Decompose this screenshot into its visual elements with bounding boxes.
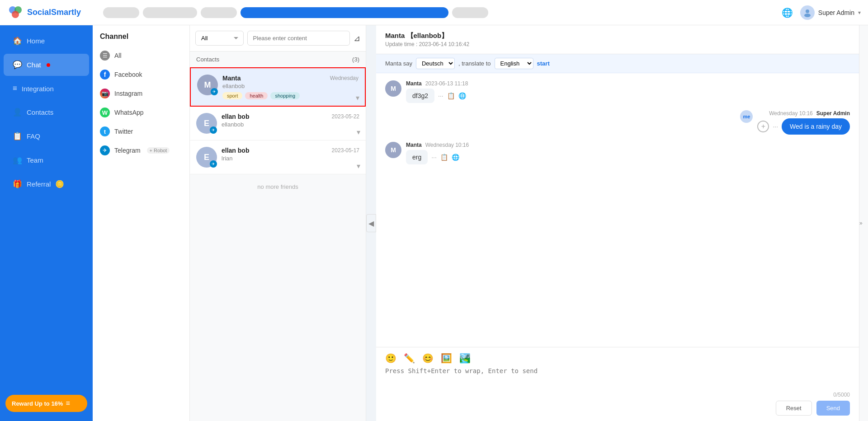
filter-button[interactable]: ⊿ <box>354 31 360 46</box>
contact-item-ellan2[interactable]: E ✈ ellan bob 2023-05-17 lrian ▾ <box>190 140 366 174</box>
edit-btn[interactable]: ✏️ <box>404 353 415 364</box>
msg-copy-btn-3[interactable]: 📋 <box>440 154 448 161</box>
main-layout: 🏠 Home 💬 Chat ≡ Integration 👤 Contacts 📋… <box>0 25 868 421</box>
topbar-tab-4[interactable] <box>241 7 448 18</box>
topbar-tab-3[interactable] <box>201 7 237 18</box>
topbar-tab-5[interactable] <box>452 7 488 18</box>
sidebar-item-label-chat: Chat <box>27 61 41 69</box>
contact-name-manta: Manta <box>222 75 241 82</box>
sidebar-item-faq[interactable]: 📋 FAQ <box>4 125 89 147</box>
channel-item-instagram[interactable]: 📷 Instagram <box>93 84 189 103</box>
channel-item-whatsapp[interactable]: W WhatsApp <box>93 103 189 122</box>
translate-to-select[interactable]: English Deutsch French <box>495 58 533 69</box>
channel-item-all[interactable]: ☰ All <box>93 46 189 65</box>
msg-sender-2: Super Admin <box>816 110 850 117</box>
contact-info-ellan2: ellan bob 2023-05-17 lrian <box>222 147 359 162</box>
expand-icon-ellan1[interactable]: ▾ <box>357 128 360 136</box>
channel-item-facebook[interactable]: f Facebook <box>93 65 189 84</box>
image-btn[interactable]: 🏞️ <box>459 353 471 364</box>
sidebar-item-referral[interactable]: 🎁 Referral 🪙 <box>4 173 89 195</box>
sidebar-item-label-integration: Integration <box>22 85 54 93</box>
emoji-sticker-btn[interactable]: 🙂 <box>385 353 396 364</box>
home-icon: 🏠 <box>13 36 22 46</box>
reset-button[interactable]: Reset <box>776 401 812 416</box>
message-row-3: M Manta Wednesday 10:16 erg ··· 📋 🌐 <box>385 142 850 164</box>
channel-label-telegram: Telegram <box>114 147 141 154</box>
twitter-icon: t <box>100 126 110 136</box>
channel-item-telegram[interactable]: ✈ Telegram + Robot <box>93 141 189 160</box>
right-collapse-panel[interactable]: » <box>859 25 868 421</box>
message-row-2: Wednesday 10:16 Super Admin + ··· Wed is… <box>385 110 850 135</box>
sidebar-item-contacts[interactable]: 👤 Contacts <box>4 101 89 123</box>
msg-more-btn-3[interactable]: ··· <box>431 154 437 161</box>
contact-item-manta[interactable]: M ✈ Manta Wednesday ellanbob sport healt… <box>190 67 366 107</box>
msg-meta-1: Manta 2023-06-13 11:18 <box>406 80 468 87</box>
msg-translate-btn-1[interactable]: 🌐 <box>458 92 466 99</box>
channel-item-twitter[interactable]: t Twitter <box>93 122 189 141</box>
sidebar-item-home[interactable]: 🏠 Home <box>4 30 89 52</box>
contact-avatar-ellan1: E ✈ <box>196 113 217 134</box>
filter-icon: ⊿ <box>354 34 360 43</box>
sidebar-item-label-team: Team <box>27 156 43 164</box>
char-count: 0/5000 <box>833 392 850 398</box>
svg-point-3 <box>806 9 809 13</box>
msg-avatar-1: M <box>385 80 401 97</box>
contact-sub-ellan1: ellanbob <box>222 121 359 128</box>
msg-sender-1: Manta <box>406 80 422 87</box>
reward-button[interactable]: Reward Up to 16% ≡ <box>5 395 87 412</box>
send-button[interactable]: Send <box>816 401 850 416</box>
collapse-area: ◀ <box>366 25 376 421</box>
contact-search-bar: All ⊿ <box>190 25 366 51</box>
msg-copy-btn-1[interactable]: 📋 <box>447 92 455 99</box>
msg-more-btn-2[interactable]: ··· <box>773 123 778 130</box>
msg-content-2: Wednesday 10:16 Super Admin + ··· Wed is… <box>757 110 850 135</box>
contact-item-ellan1[interactable]: E ✈ ellan bob 2023-05-22 ellanbob ▾ <box>190 107 366 140</box>
msg-time-1: 2023-06-13 11:18 <box>425 80 468 87</box>
msg-add-btn-2[interactable]: + <box>757 121 769 132</box>
emoji-btn[interactable]: 😊 <box>422 353 434 364</box>
msg-bubble-row-3: erg ··· 📋 🌐 <box>406 150 469 164</box>
sidebar-item-chat[interactable]: 💬 Chat <box>4 54 89 76</box>
all-icon: ☰ <box>100 51 110 61</box>
channel-label-all: All <box>114 52 122 59</box>
msg-bubble-2: Wed is a rainy day <box>782 118 850 135</box>
expand-icon-manta[interactable]: ▾ <box>356 94 359 102</box>
msg-content-3: Manta Wednesday 10:16 erg ··· 📋 🌐 <box>406 142 469 164</box>
expand-icon-ellan2[interactable]: ▾ <box>357 162 360 170</box>
input-right-section: 0/5000 Reset Send <box>776 392 850 416</box>
msg-avatar-3: M <box>385 142 401 158</box>
globe-icon[interactable]: 🌐 <box>782 7 793 18</box>
topbar-right: 🌐 Super Admin ▾ <box>782 5 861 20</box>
contact-section-label: Contacts <box>196 56 219 63</box>
reward-label: Reward Up to 16% <box>12 400 63 407</box>
msg-more-btn-1[interactable]: ··· <box>438 92 443 99</box>
msg-content-1: Manta 2023-06-13 11:18 df3g2 ··· 📋 🌐 <box>406 80 468 103</box>
collapse-panel-button[interactable]: ◀ <box>366 214 376 232</box>
sidebar-item-integration[interactable]: ≡ Integration <box>4 78 89 99</box>
chat-update-time: Update time : 2023-06-14 10:16:42 <box>385 41 850 47</box>
translate-to-label: , translate to <box>458 60 491 67</box>
admin-info[interactable]: Super Admin ▾ <box>800 5 861 20</box>
telegram-icon: ✈ <box>100 145 110 155</box>
contacts-icon: 👤 <box>13 108 22 117</box>
image-text-btn[interactable]: 🖼️ <box>441 353 452 364</box>
contact-search-input[interactable] <box>247 31 350 46</box>
translate-from-select[interactable]: Deutsch English French <box>416 58 455 69</box>
telegram-badge-ellan1: ✈ <box>210 126 217 134</box>
menu-icon: ≡ <box>66 399 70 407</box>
contact-name-ellan2: ellan bob <box>222 147 249 154</box>
msg-translate-btn-3[interactable]: 🌐 <box>452 154 459 161</box>
chat-contact-name: Manta 【ellanbob】 <box>385 32 850 40</box>
topbar-tab-1[interactable] <box>103 7 139 18</box>
chat-input-area: 🙂 ✏️ 😊 🖼️ 🏞️ 0/5000 Reset Send <box>376 347 859 421</box>
contact-filter-select[interactable]: All <box>195 31 244 46</box>
translate-start-button[interactable]: start <box>537 60 550 67</box>
whatsapp-icon: W <box>100 108 110 117</box>
sidebar-item-team[interactable]: 👥 Team <box>4 149 89 171</box>
message-row-1: M Manta 2023-06-13 11:18 df3g2 ··· 📋 🌐 <box>385 80 850 103</box>
contact-sub-manta: ellanbob <box>222 83 359 89</box>
input-toolbar: 🙂 ✏️ 😊 🖼️ 🏞️ <box>385 353 850 364</box>
topbar-tab-2[interactable] <box>143 7 197 18</box>
message-input[interactable] <box>385 367 850 390</box>
me-badge: me <box>740 110 753 123</box>
